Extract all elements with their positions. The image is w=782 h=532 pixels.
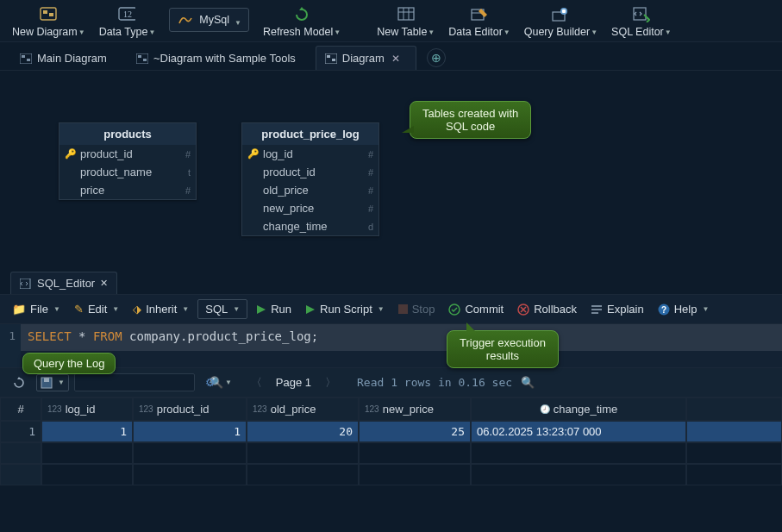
search-input[interactable]: [80, 377, 210, 389]
new-table-button[interactable]: New Table▼: [370, 3, 441, 40]
folder-icon: 📁: [12, 303, 26, 316]
key-icon: 🔑: [65, 148, 75, 160]
layout-icon: [325, 53, 337, 64]
col-name: log_id: [263, 147, 363, 160]
run-script-button[interactable]: Run Script▼: [300, 300, 390, 318]
close-icon[interactable]: ✕: [100, 278, 108, 289]
settings-button[interactable]: ⚙▼: [200, 373, 237, 391]
commit-button[interactable]: Commit: [443, 300, 509, 318]
keyword: FROM: [93, 329, 122, 343]
add-tab-button[interactable]: ⊕: [427, 48, 446, 67]
data-type-icon: 12: [118, 6, 135, 23]
callout-trigger-results: Trigger execution results: [447, 330, 559, 368]
check-circle-icon: [448, 304, 460, 316]
tab-label: SQL_Editor: [37, 277, 95, 290]
stop-label: Stop: [412, 303, 435, 316]
sql-code-editor[interactable]: 1 SELECT * FROM company.product_price_lo…: [0, 324, 782, 367]
sql-dropdown[interactable]: SQL▼: [197, 299, 247, 319]
svg-rect-5: [398, 8, 414, 20]
close-icon[interactable]: ✕: [391, 53, 400, 65]
svg-rect-19: [138, 55, 141, 58]
explain-button[interactable]: Explain: [585, 300, 649, 318]
col-name: product_id: [80, 147, 180, 160]
results-status: Read 1 rows in 0.16 sec: [357, 376, 512, 389]
type-badge-icon: 123: [47, 404, 62, 414]
type-badge-icon: 123: [139, 404, 153, 414]
rollback-label: Rollback: [534, 303, 577, 316]
col-name: price: [80, 184, 180, 197]
col-name: new_price: [263, 202, 363, 215]
callout-query-log: Query the Log: [22, 353, 116, 374]
file-menu[interactable]: 📁File▼: [7, 300, 66, 318]
tab-sql-editor[interactable]: SQL_Editor ✕: [10, 272, 117, 294]
cell-log-id[interactable]: 1: [41, 421, 133, 442]
sql-editor-icon: [633, 6, 650, 23]
prev-page-button[interactable]: 〈: [251, 375, 262, 391]
keyword: SELECT: [28, 329, 72, 343]
col-product-id[interactable]: 123product_id: [133, 397, 247, 421]
data-type-button[interactable]: 12 Data Type▼: [92, 3, 163, 40]
tab-label: ~Diagram with Sample Tools: [153, 52, 296, 65]
sql-editor-tab-bar: SQL_Editor ✕: [0, 271, 782, 295]
col-label: change_time: [554, 403, 617, 416]
help-icon: ?: [658, 304, 670, 316]
play-icon: [256, 304, 266, 315]
next-page-button[interactable]: 〉: [325, 375, 336, 391]
cell-old-price[interactable]: 20: [247, 421, 359, 442]
tab-diagram-active[interactable]: Diagram ✕: [316, 46, 416, 70]
svg-rect-23: [332, 59, 335, 61]
svg-rect-1: [43, 10, 47, 14]
svg-rect-24: [20, 279, 30, 289]
code-line[interactable]: SELECT * FROM company.product_price_log;: [21, 324, 782, 351]
tab-label: Diagram: [342, 52, 385, 65]
query-builder-button[interactable]: Query Builder▼: [517, 3, 604, 40]
results-grid: # 123log_id 123product_id 123old_price 1…: [0, 397, 782, 485]
data-editor-label: Data Editor: [448, 26, 503, 38]
tab-main-diagram[interactable]: Main Diagram: [10, 46, 123, 70]
col-type: #: [368, 149, 373, 160]
refresh-results-button[interactable]: [7, 374, 31, 391]
col-change-time[interactable]: 🕗change_time: [471, 397, 686, 421]
col-type: #: [368, 185, 373, 196]
inherit-menu[interactable]: ⬗Inherit▼: [128, 300, 194, 318]
run-button[interactable]: Run: [251, 300, 297, 318]
sql-editor-button[interactable]: SQL Editor▼: [604, 3, 679, 40]
layout-icon: [136, 53, 148, 64]
help-button[interactable]: ?Help▼: [653, 300, 715, 318]
col-row-index[interactable]: #: [0, 397, 41, 421]
refresh-model-button[interactable]: Refresh Model▼: [256, 3, 347, 40]
table-row-empty[interactable]: [0, 464, 782, 485]
svg-rect-16: [22, 55, 25, 58]
entity-products[interactable]: products 🔑product_id# product_namet pric…: [59, 122, 197, 200]
col-name: product_id: [263, 166, 363, 178]
col-label: #: [17, 403, 23, 416]
entity-product-price-log[interactable]: product_price_log 🔑log_id# product_id# o…: [241, 122, 379, 236]
col-log-id[interactable]: 123log_id: [41, 397, 133, 421]
rollback-button[interactable]: Rollback: [512, 300, 582, 318]
table-row-empty[interactable]: [0, 442, 782, 464]
tab-sample-tools[interactable]: ~Diagram with Sample Tools: [127, 46, 312, 70]
type-badge-icon: 123: [365, 404, 379, 414]
data-editor-button[interactable]: Data Editor▼: [441, 3, 516, 40]
diagram-canvas[interactable]: products 🔑product_id# product_namet pric…: [0, 71, 782, 271]
results-search[interactable]: 🔍: [74, 373, 195, 391]
svg-rect-2: [49, 13, 53, 16]
col-new-price[interactable]: 123new_price: [359, 397, 471, 421]
edit-menu[interactable]: ✎Edit▼: [69, 300, 124, 318]
save-dropdown[interactable]: ▼: [36, 374, 69, 391]
file-label: File: [30, 303, 48, 316]
db-engine-combo[interactable]: MySql ▼: [162, 3, 256, 34]
col-label: log_id: [66, 403, 96, 416]
main-toolbar: New Diagram▼ 12 Data Type▼ MySql ▼ Refre…: [0, 0, 782, 42]
cell-change-time[interactable]: 06.02.2025 13:23:07 000: [471, 421, 686, 442]
new-diagram-button[interactable]: New Diagram▼: [5, 3, 92, 40]
table-row[interactable]: 1 1 1 20 25 06.02.2025 13:23:07 000: [0, 421, 782, 442]
cell-new-price[interactable]: 25: [359, 421, 471, 442]
tab-label: Main Diagram: [37, 52, 107, 65]
stop-button: Stop: [393, 300, 441, 318]
col-old-price[interactable]: 123old_price: [247, 397, 359, 421]
search-icon[interactable]: 🔍: [521, 376, 535, 389]
pencil-icon: ✎: [74, 303, 84, 316]
svg-rect-22: [327, 55, 330, 58]
cell-product-id[interactable]: 1: [133, 421, 247, 442]
